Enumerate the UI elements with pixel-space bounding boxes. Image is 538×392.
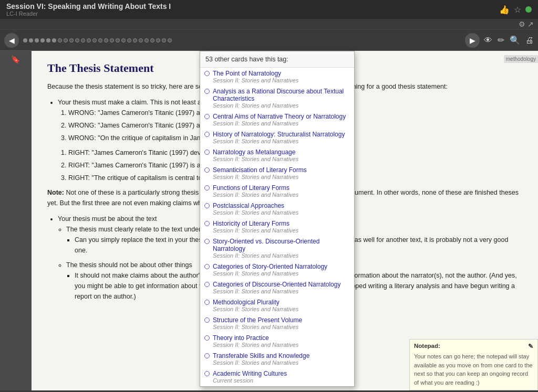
item-subtitle: Session II: Stories and Narratives: [213, 174, 349, 180]
item-subtitle: Session II: Stories and Narratives: [213, 102, 349, 109]
item-circle-icon: [204, 371, 210, 376]
progress-dot-empty: [104, 38, 108, 43]
item-subtitle: Session II: Stories and Narratives: [213, 156, 349, 162]
item-circle-icon: [204, 300, 210, 305]
item-circle-icon: [204, 89, 210, 94]
dropdown-item[interactable]: The Point of NarratologySession II: Stor…: [200, 68, 354, 86]
dropdown-item[interactable]: Story-Oriented vs. Discourse-Oriented Na…: [200, 236, 354, 261]
tool-icons: 👁 ✏ 🔍 🖨: [484, 35, 534, 45]
dropdown-item[interactable]: Narratology as MetalanguageSession II: S…: [200, 146, 354, 164]
forward-button[interactable]: ▶: [465, 33, 480, 48]
progress-dot-empty: [127, 38, 131, 43]
item-circle-icon: [204, 150, 210, 155]
item-circle-icon: [204, 264, 210, 269]
dropdown-item[interactable]: Central Aims of Narrative Theory or Narr…: [200, 111, 354, 129]
page-title: Session VI: Speaking and Writing About T…: [6, 2, 171, 10]
share-icon[interactable]: ⚙ ↗: [519, 20, 534, 28]
item-subtitle: Session II: Stories and Narratives: [213, 120, 349, 126]
item-title: Categories of Discourse-Oriented Narrato…: [213, 281, 349, 288]
gear-bar: ⚙ ↗: [0, 19, 538, 30]
notepad-label: Notepad:: [414, 343, 440, 350]
progress-dot-empty: [110, 38, 114, 43]
item-subtitle: Session II: Stories and Narratives: [213, 270, 349, 277]
item-circle-icon: [204, 185, 210, 190]
item-circle-icon: [204, 353, 210, 358]
bookmark-icon[interactable]: 🔖: [11, 55, 20, 63]
dropdown-items-list: The Point of NarratologySession II: Stor…: [200, 68, 354, 387]
star-icon[interactable]: ☆: [514, 5, 521, 15]
item-title: Categories of Story-Oriented Narratology: [213, 263, 349, 270]
item-circle-icon: [204, 71, 210, 76]
progress-dot-filled: [46, 38, 50, 43]
item-circle-icon: [204, 167, 210, 173]
progress-dot-filled: [29, 38, 33, 43]
progress-dot-empty: [162, 38, 166, 43]
toolbar: ◀ ▶ 👁 ✏ 🔍 🖨: [0, 30, 538, 51]
print-icon[interactable]: 🖨: [525, 36, 534, 45]
item-subtitle: Session II: Stories and Narratives: [213, 77, 349, 83]
tag-dropdown: 53 other cards have this tag: The Point …: [200, 51, 355, 387]
item-circle-icon: [204, 114, 210, 119]
dropdown-item[interactable]: On Seminar Papers GenerallyCurrent sessi…: [200, 386, 354, 387]
item-subtitle: Session II: Stories and Narratives: [213, 227, 349, 234]
progress-dot-empty: [116, 38, 120, 43]
title-icons: 👍 ☆: [499, 5, 532, 15]
item-subtitle: Session II: Stories and Narratives: [213, 324, 349, 330]
progress-dot-empty: [81, 38, 85, 43]
app-subtitle: LC-I Reader: [6, 10, 171, 17]
item-title: Analysis as a Rational Discourse about T…: [213, 88, 349, 102]
dropdown-item[interactable]: Semanticisation of Literary FormsSession…: [200, 164, 354, 182]
back-button[interactable]: ◀: [4, 33, 19, 48]
dropdown-item[interactable]: Categories of Discourse-Oriented Narrato…: [200, 279, 354, 296]
dropdown-item[interactable]: Postclassical ApproachesSession II: Stor…: [200, 200, 354, 218]
progress-dot-empty: [139, 38, 143, 43]
dropdown-item[interactable]: Functions of Literary FormsSession II: S…: [200, 182, 354, 200]
notepad-content: Your notes can go here; the notepad will…: [414, 352, 533, 387]
item-title: Central Aims of Narrative Theory or Narr…: [213, 113, 349, 120]
eye-icon[interactable]: 👁: [484, 36, 492, 45]
item-title: Methodological Plurality: [213, 299, 349, 306]
dropdown-item[interactable]: Academic Writing CulturesCurrent session: [200, 368, 354, 386]
progress-dot-filled: [40, 38, 45, 43]
item-subtitle: Session II: Stories and Narratives: [213, 209, 349, 216]
thumbs-up-icon[interactable]: 👍: [499, 5, 510, 15]
item-subtitle: Session II: Stories and Narratives: [213, 138, 349, 144]
progress-dot-empty: [92, 38, 97, 43]
left-sidebar: 🔖: [0, 51, 32, 390]
item-title: Functions of Literary Forms: [213, 184, 349, 192]
dropdown-item[interactable]: Theory into PracticeSession II: Stories …: [200, 332, 354, 350]
notepad-edit-icon[interactable]: ✎: [528, 343, 533, 350]
item-title: The Point of Narratology: [213, 70, 349, 77]
item-subtitle: Session II: Stories and Narratives: [213, 306, 349, 312]
search-icon[interactable]: 🔍: [510, 35, 520, 45]
pencil-icon[interactable]: ✏: [498, 35, 504, 45]
item-title: Structure of the Present Volume: [213, 316, 349, 324]
dropdown-item[interactable]: Analysis as a Rational Discourse about T…: [200, 86, 354, 111]
dropdown-item[interactable]: Categories of Story-Oriented Narratology…: [200, 261, 354, 279]
item-title: History of Narratology: Structuralist Na…: [213, 131, 349, 138]
item-title: Postclassical Approaches: [213, 202, 349, 209]
item-circle-icon: [204, 239, 210, 244]
item-circle-icon: [204, 282, 210, 287]
dropdown-item[interactable]: Structure of the Present VolumeSession I…: [200, 314, 354, 332]
progress-dot-empty: [144, 38, 149, 43]
item-circle-icon: [204, 317, 210, 323]
title-section: Session VI: Speaking and Writing About T…: [6, 2, 171, 17]
dropdown-item[interactable]: Historicity of Literary FormsSession II:…: [200, 218, 354, 236]
progress-dot-empty: [168, 38, 172, 43]
progress-dot-empty: [98, 38, 102, 43]
progress-dot-empty: [69, 38, 74, 43]
dropdown-item[interactable]: History of Narratology: Structuralist Na…: [200, 129, 354, 146]
item-circle-icon: [204, 132, 210, 137]
item-subtitle: Session II: Stories and Narratives: [213, 359, 349, 366]
item-circle-icon: [204, 335, 210, 341]
notepad: Notepad: ✎ Your notes can go here; the n…: [409, 339, 538, 390]
methodology-tag: methodology: [504, 55, 538, 63]
progress-dot-filled: [52, 38, 56, 43]
dropdown-item[interactable]: Methodological PluralitySession II: Stor…: [200, 296, 354, 314]
progress-dot-empty: [75, 38, 79, 43]
item-subtitle: Session II: Stories and Narratives: [213, 252, 349, 259]
progress-dot-empty: [64, 38, 68, 43]
progress-dot-empty: [58, 38, 62, 43]
dropdown-item[interactable]: Transferable Skills and KnowledgeSession…: [200, 350, 354, 368]
